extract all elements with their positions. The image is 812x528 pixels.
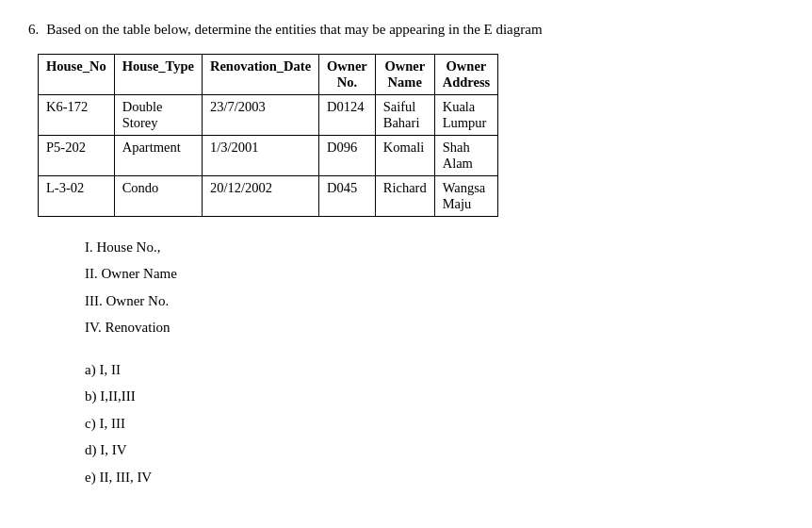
cell-house-no-1: K6-172	[39, 94, 115, 135]
cell-owner-no-3: D045	[319, 175, 376, 216]
option-item: II. Owner Name	[85, 260, 784, 288]
option-item: III. Owner No.	[85, 288, 784, 315]
answer-item-e: e) II, III, IV	[85, 464, 784, 491]
answer-item-b: b) I,II,III	[85, 383, 784, 410]
data-table: House_No House_Type Renovation_Date Owne…	[38, 54, 498, 217]
cell-house-no-2: P5-202	[39, 135, 115, 175]
col-owner-address: OwnerAddress	[434, 54, 498, 94]
cell-house-no-3: L-3-02	[39, 175, 115, 216]
answer-item-a: a) I, II	[85, 356, 784, 384]
cell-owner-address-2: ShahAlam	[434, 135, 498, 175]
cell-owner-address-3: WangsaMaju	[434, 175, 498, 216]
cell-owner-name-2: Komali	[375, 135, 434, 175]
cell-renovation-date-1: 23/7/2003	[202, 94, 318, 135]
answers-list: a) I, II b) I,II,III c) I, III d) I, IV …	[85, 356, 784, 491]
question-text: Based on the table below, determine the …	[46, 19, 542, 41]
table-row: L-3-02 Condo 20/12/2002 D045 Richard Wan…	[39, 175, 498, 216]
option-item: I. House No.,	[85, 234, 784, 261]
cell-house-type-3: Condo	[114, 175, 202, 216]
col-house-no: House_No	[39, 54, 115, 94]
col-owner-name: OwnerName	[375, 54, 434, 94]
cell-house-type-2: Apartment	[114, 135, 202, 175]
cell-renovation-date-2: 1/3/2001	[202, 135, 318, 175]
question-header: 6. Based on the table below, determine t…	[28, 19, 784, 41]
table-row: K6-172 DoubleStorey 23/7/2003 D0124 Saif…	[39, 94, 498, 135]
answer-item-c: c) I, III	[85, 410, 784, 437]
col-renovation-date: Renovation_Date	[202, 54, 318, 94]
question-number: 6.	[28, 19, 39, 41]
option-item: IV. Renovation	[85, 314, 784, 341]
cell-owner-no-2: D096	[319, 135, 376, 175]
cell-owner-address-1: KualaLumpur	[434, 94, 498, 135]
answer-item-d: d) I, IV	[85, 437, 784, 464]
table-header-row: House_No House_Type Renovation_Date Owne…	[39, 54, 498, 94]
table-row: P5-202 Apartment 1/3/2001 D096 Komali Sh…	[39, 135, 498, 175]
cell-house-type-1: DoubleStorey	[114, 94, 202, 135]
cell-owner-no-1: D0124	[319, 94, 376, 135]
col-owner-no: OwnerNo.	[319, 54, 376, 94]
cell-owner-name-3: Richard	[375, 175, 434, 216]
cell-renovation-date-3: 20/12/2002	[202, 175, 318, 216]
col-house-type: House_Type	[114, 54, 202, 94]
options-list: I. House No., II. Owner Name III. Owner …	[85, 234, 784, 341]
cell-owner-name-1: SaifulBahari	[375, 94, 434, 135]
